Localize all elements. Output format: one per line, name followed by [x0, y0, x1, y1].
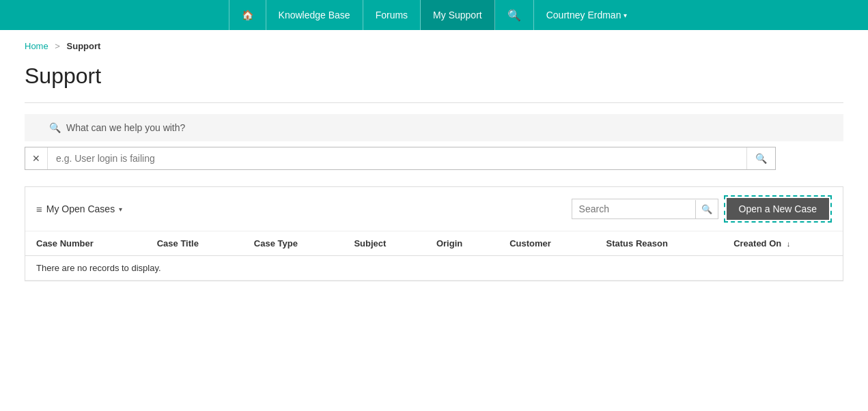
- user-chevron-icon: ▾: [624, 12, 627, 19]
- open-case-btn-highlight: Open a New Case: [724, 195, 832, 223]
- col-subject: Subject: [343, 231, 425, 256]
- cases-search-icon: 🔍: [701, 204, 712, 214]
- cases-search-button[interactable]: 🔍: [695, 200, 718, 218]
- search-submit-button[interactable]: 🔍: [746, 147, 775, 169]
- cases-filter-dropdown[interactable]: ≡ My Open Cases ▾: [36, 203, 122, 215]
- breadcrumb: Home > Support: [0, 30, 868, 57]
- page-divider: [25, 102, 843, 103]
- cases-filter-label: My Open Cases: [46, 203, 115, 214]
- home-icon: 🏠: [242, 10, 253, 20]
- nav-search-icon[interactable]: 🔍: [495, 0, 534, 30]
- breadcrumb-separator: >: [55, 41, 60, 51]
- cases-search-input[interactable]: [572, 199, 695, 218]
- cases-section: ≡ My Open Cases ▾ 🔍 Open a New Case Ca: [25, 186, 843, 281]
- cases-toolbar-right: 🔍 Open a New Case: [572, 195, 832, 223]
- breadcrumb-current: Support: [67, 41, 101, 51]
- col-case-number: Case Number: [25, 231, 146, 256]
- open-new-case-button[interactable]: Open a New Case: [727, 198, 829, 220]
- col-origin: Origin: [425, 231, 499, 256]
- col-case-type: Case Type: [243, 231, 344, 256]
- cases-filter-chevron-icon: ▾: [119, 206, 122, 213]
- search-help-text: What can we help you with?: [66, 122, 185, 133]
- page-title: Support: [0, 57, 868, 102]
- nav-home[interactable]: 🏠: [229, 0, 266, 30]
- breadcrumb-home-link[interactable]: Home: [25, 41, 48, 51]
- top-navigation: 🏠 Knowledge Base Forums My Support 🔍 Cou…: [0, 0, 868, 30]
- no-records-message: There are no records to display.: [25, 256, 843, 281]
- table-header-row: Case Number Case Title Case Type Subject…: [25, 231, 843, 256]
- col-customer: Customer: [499, 231, 595, 256]
- sort-arrow-icon: ↓: [787, 240, 791, 248]
- col-created-on[interactable]: Created On ↓: [723, 231, 843, 256]
- cases-search-wrapper: 🔍: [572, 199, 718, 219]
- nav-knowledge-base[interactable]: Knowledge Base: [266, 0, 363, 30]
- col-status-reason: Status Reason: [596, 231, 723, 256]
- search-text-input[interactable]: [48, 147, 746, 169]
- table-no-records-row: There are no records to display.: [25, 256, 843, 281]
- nav-forums[interactable]: Forums: [363, 0, 421, 30]
- cases-toolbar: ≡ My Open Cases ▾ 🔍 Open a New Case: [25, 187, 843, 231]
- list-icon: ≡: [36, 203, 42, 215]
- search-input-wrapper: ✕ 🔍: [25, 147, 776, 170]
- search-help-icon: 🔍: [49, 122, 61, 133]
- nav-user-menu[interactable]: Courtney Erdman ▾: [534, 0, 640, 30]
- search-input-row: ✕ 🔍: [0, 141, 868, 170]
- search-help-bar: 🔍 What can we help you with?: [25, 114, 843, 141]
- search-clear-button[interactable]: ✕: [25, 147, 48, 169]
- nav-my-support[interactable]: My Support: [421, 0, 495, 30]
- col-case-title: Case Title: [146, 231, 243, 256]
- cases-table: Case Number Case Title Case Type Subject…: [25, 231, 843, 281]
- user-name: Courtney Erdman: [546, 10, 621, 20]
